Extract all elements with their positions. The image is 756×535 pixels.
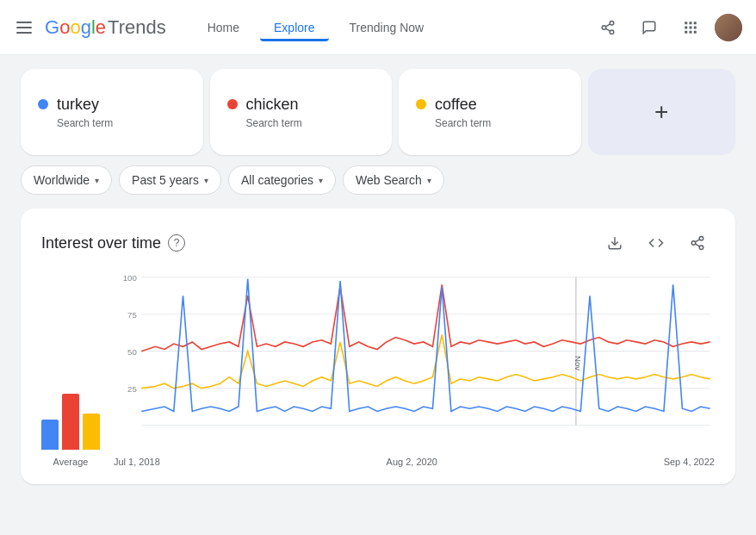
help-icon[interactable]: ? [168,234,185,252]
coffee-term: coffee [435,96,477,114]
chevron-down-icon: ▾ [95,176,99,185]
svg-rect-10 [694,26,697,28]
x-label-2: Aug 2, 2020 [387,457,437,467]
google-trends-logo: Google Trends [45,16,166,39]
download-button[interactable] [598,226,632,260]
svg-text:50: 50 [127,347,137,357]
chevron-down-icon: ▾ [319,176,323,185]
add-comparison-card[interactable]: + [588,69,736,155]
search-card-chicken[interactable]: chicken Search term [210,69,393,155]
coffee-subtitle: Search term [435,117,564,129]
svg-text:75: 75 [127,310,137,320]
chart-actions [598,226,715,260]
avg-bars-group [41,381,100,450]
main-content: turkey Search term chicken Search term c… [0,55,756,498]
x-axis-labels: Jul 1, 2018 Aug 2, 2020 Sep 4, 2022 [114,453,715,467]
search-card-coffee[interactable]: coffee Search term [399,69,581,155]
turkey-dot [38,99,48,109]
chicken-dot [227,99,238,109]
filters-row: Worldwide ▾ Past 5 years ▾ All categorie… [21,165,735,195]
svg-rect-12 [690,30,692,33]
svg-line-19 [695,240,699,242]
nav-trending-now[interactable]: Trending Now [336,14,438,41]
add-icon: + [654,98,668,126]
coffee-dot [416,99,426,109]
chart-container: Average 100 75 50 25 [41,277,715,467]
chart-header: Interest over time ? [41,226,715,260]
svg-rect-7 [694,22,697,24]
svg-text:100: 100 [123,273,137,283]
chicken-subtitle: Search term [246,117,375,129]
avg-bar-coffee [83,414,100,450]
card-header: chicken [227,96,375,114]
header-icons [591,10,742,45]
svg-text:Nov: Nov [573,356,583,370]
header: Google Trends Home Explore Trending Now [0,0,756,55]
svg-rect-9 [690,26,692,28]
svg-rect-8 [685,26,687,28]
nav-home[interactable]: Home [194,14,253,41]
card-header: turkey [38,96,186,114]
svg-point-17 [699,246,703,250]
x-label-3: Sep 4, 2022 [664,457,715,467]
svg-line-4 [605,23,610,26]
svg-line-18 [695,244,699,246]
x-label-1: Jul 1, 2018 [114,457,160,467]
search-type-filter[interactable]: Web Search ▾ [343,165,444,195]
trend-chart-svg: 100 75 50 25 Nov [114,268,715,453]
main-nav: Home Explore Trending Now [194,14,591,41]
avg-bar-turkey [41,420,59,450]
location-filter[interactable]: Worldwide ▾ [21,165,112,195]
svg-rect-11 [685,30,687,33]
apps-button[interactable] [673,10,708,45]
svg-point-2 [610,30,614,34]
chart-title: Interest over time [41,234,161,252]
average-label: Average [53,457,89,467]
nav-explore[interactable]: Explore [260,14,328,41]
svg-text:25: 25 [127,384,137,394]
svg-point-1 [602,25,606,29]
embed-button[interactable] [639,226,673,260]
svg-rect-6 [690,22,692,24]
avg-bar-chicken [62,394,79,450]
chart-title-row: Interest over time ? [41,234,185,252]
svg-point-16 [691,241,696,246]
svg-point-15 [699,237,703,241]
card-header: coffee [416,96,564,114]
svg-rect-5 [685,22,687,24]
svg-point-0 [610,21,614,25]
chicken-term: chicken [246,96,299,114]
average-bars: Average [41,381,114,467]
header-left: Google Trends [14,16,166,39]
account-avatar[interactable] [715,14,742,41]
feedback-button[interactable] [632,10,666,45]
chart-svg-container: 100 75 50 25 Nov Jul 1, 2018 A [114,268,715,467]
interest-over-time-card: Interest over time ? [21,208,735,484]
time-filter[interactable]: Past 5 years ▾ [119,165,221,195]
turkey-term: turkey [57,96,99,114]
search-cards-row: turkey Search term chicken Search term c… [21,69,735,155]
svg-line-3 [605,28,610,31]
category-filter[interactable]: All categories ▾ [228,165,336,195]
share-chart-button[interactable] [680,226,715,260]
menu-button[interactable] [14,17,34,38]
svg-rect-13 [694,30,697,33]
turkey-subtitle: Search term [57,117,186,129]
chevron-down-icon: ▾ [427,176,431,185]
search-card-turkey[interactable]: turkey Search term [21,69,203,155]
share-button[interactable] [591,10,625,45]
chevron-down-icon: ▾ [204,176,208,185]
